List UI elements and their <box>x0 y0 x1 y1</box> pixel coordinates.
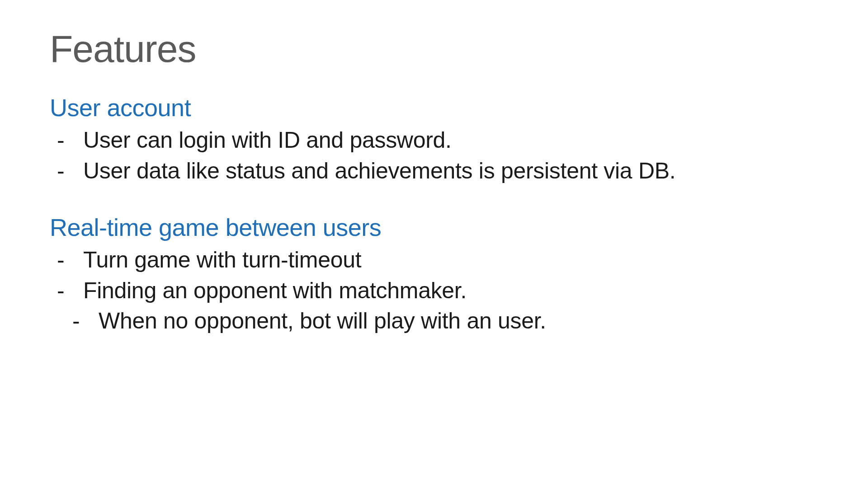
section-realtime-game: Real-time game between users Turn game w… <box>50 213 818 337</box>
section-heading: User account <box>50 94 818 122</box>
bullet-list: User can login with ID and password. Use… <box>50 125 818 186</box>
list-item: Turn game with turn-timeout <box>50 245 818 276</box>
list-item: User data like status and achievements i… <box>50 156 818 187</box>
bullet-list: Turn game with turn-timeout Finding an o… <box>50 245 818 337</box>
section-heading: Real-time game between users <box>50 213 818 241</box>
list-item: Finding an opponent with matchmaker. <box>50 276 818 306</box>
section-user-account: User account User can login with ID and … <box>50 94 818 186</box>
list-item: When no opponent, bot will play with an … <box>50 306 818 337</box>
slide-title: Features <box>50 27 818 71</box>
list-item: User can login with ID and password. <box>50 125 818 156</box>
